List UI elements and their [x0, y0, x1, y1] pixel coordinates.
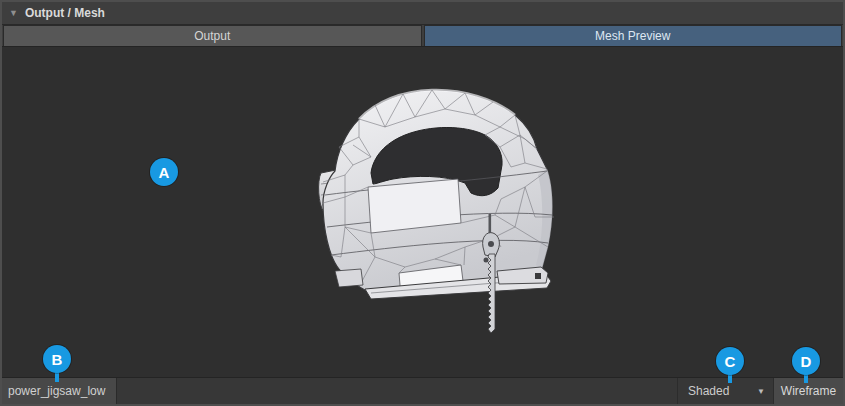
annotation-badge-b[interactable]: B — [43, 345, 71, 373]
annotation-badge-c[interactable]: C — [716, 347, 744, 375]
dropdown-arrow-icon: ▼ — [757, 387, 765, 396]
wireframe-toggle[interactable]: Wireframe — [773, 378, 843, 404]
shading-mode-dropdown[interactable]: Shaded ▼ — [677, 378, 773, 404]
shading-mode-value: Shaded — [688, 384, 729, 398]
jigsaw-mesh-graphic — [315, 87, 560, 337]
foldout-triangle-icon[interactable]: ▼ — [9, 9, 18, 18]
mesh-preview-viewport[interactable] — [2, 47, 843, 377]
status-bar-spacer — [117, 378, 677, 404]
panel-title: Output / Mesh — [25, 6, 105, 20]
tab-mesh-preview[interactable]: Mesh Preview — [424, 25, 843, 46]
tab-bar: Output Mesh Preview — [2, 25, 843, 47]
output-mesh-panel: ▼ Output / Mesh Output Mesh Preview — [0, 0, 845, 406]
tab-output[interactable]: Output — [3, 25, 422, 46]
preview-status-bar: power_jigsaw_low Shaded ▼ Wireframe — [2, 377, 843, 404]
annotation-badge-a[interactable]: A — [150, 158, 178, 186]
panel-header[interactable]: ▼ Output / Mesh — [2, 2, 843, 25]
annotation-badge-d[interactable]: D — [792, 347, 820, 375]
mesh-render — [315, 87, 560, 337]
mesh-name-label: power_jigsaw_low — [2, 378, 117, 404]
